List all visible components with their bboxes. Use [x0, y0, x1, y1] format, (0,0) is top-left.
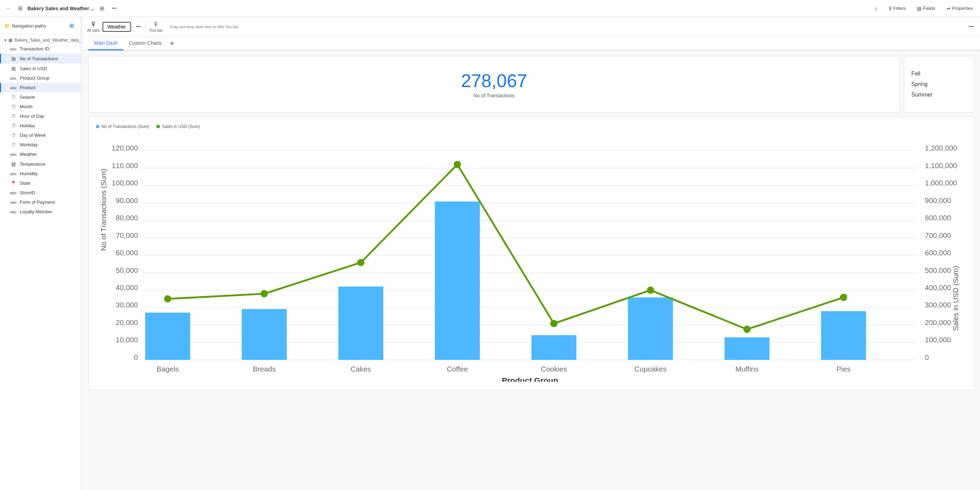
datasource-row[interactable]: ▾ ▦ Bakery_Sales_and_Weather_data_csv: [0, 35, 81, 44]
stats-label: No of Transactions: [473, 93, 515, 98]
svg-text:Muffins: Muffins: [735, 365, 759, 373]
tab-main-dash-label: Main Dash: [94, 40, 118, 46]
datasource-name: Bakery_Sales_and_Weather_data_csv: [14, 38, 81, 43]
filter-divider: [145, 21, 146, 32]
properties-button[interactable]: ⇌ Properties: [944, 4, 976, 13]
top-bar-left: ← ⊞ Bakery Sales and Weather ... ⊕ •••: [4, 3, 869, 14]
sidebar-item-loyalty-member[interactable]: abcLoyalty Member: [0, 207, 81, 217]
stats-card: 278,067 No of Transactions: [88, 56, 900, 112]
svg-text:Cupcakes: Cupcakes: [635, 365, 667, 373]
tab-custom-charts[interactable]: Custom Charts: [123, 37, 167, 50]
y-axis-left: 120,000 110,000 100,000 90,000 80,000 70…: [112, 144, 138, 361]
item-label-season: Season: [20, 94, 35, 100]
svg-text:0: 0: [925, 353, 929, 361]
filters-button[interactable]: ⊽ Filters: [886, 4, 908, 13]
type-icon-humidity: abc: [10, 172, 17, 176]
item-label-workday: Workday: [20, 142, 38, 147]
sidebar-item-temperature[interactable]: ▦Temperature: [0, 159, 81, 169]
type-icon-day-of-week: ⏱: [10, 132, 17, 138]
stats-number: 278,067: [461, 70, 527, 91]
weather-tab-filter[interactable]: Weather: [102, 22, 131, 32]
legend-sales-dot: [156, 125, 160, 128]
type-icon-weather: abc: [10, 152, 17, 156]
type-icon-hour-of-day: ⏱: [10, 113, 17, 119]
top-bar-right: ⌕ ⊽ Filters ▤ Fields ⇌ Properties: [872, 4, 976, 13]
sidebar-item-season[interactable]: ⏱Season: [0, 93, 81, 102]
dot-muffins: [743, 326, 751, 333]
main-layout: 📁 Navigation paths ⊕ ▾ ▦ Bakery_Sales_an…: [0, 17, 980, 490]
tab-custom-charts-label: Custom Charts: [129, 40, 162, 46]
svg-text:1,100,000: 1,100,000: [925, 161, 957, 169]
bar-bagels: [145, 313, 190, 360]
svg-text:200,000: 200,000: [925, 318, 951, 326]
type-icon-month: ⏱: [10, 104, 17, 109]
bar-muffins: [725, 337, 770, 360]
filter-more-button[interactable]: •••: [134, 22, 143, 31]
sidebar-item-holiday[interactable]: ⏱Holiday: [0, 121, 81, 131]
sidebar-item-form-of-payment[interactable]: abcForm of Payment: [0, 198, 81, 207]
sidebar-item-workday[interactable]: ⏱Workday: [0, 140, 81, 150]
svg-text:300,000: 300,000: [925, 301, 951, 309]
this-tab-filter[interactable]: ⊽ This tab: [149, 21, 162, 32]
sidebar-item-product-group[interactable]: abcProduct Group: [0, 73, 81, 83]
type-icon-state: 📍: [10, 180, 17, 186]
sidebar-item-product[interactable]: abcProduct: [0, 83, 81, 93]
svg-text:90,000: 90,000: [116, 196, 138, 204]
sidebar-item-no-of-transactions[interactable]: ▦No of Transactions: [0, 54, 81, 64]
tab-main-dash[interactable]: Main Dash: [88, 37, 123, 50]
search-icon[interactable]: ⌕: [872, 4, 880, 13]
add-button[interactable]: ⊕: [97, 3, 107, 14]
dot-cakes: [357, 259, 364, 266]
nav-add-button[interactable]: ⊕: [67, 21, 76, 31]
bar-pies: [821, 311, 866, 360]
sidebar-item-humidity[interactable]: abcHumidity: [0, 169, 81, 179]
all-tabs-filter[interactable]: ⊽ All tabs: [87, 21, 100, 32]
fields-icon: ▤: [917, 6, 921, 11]
type-icon-sales-in-usd: ▦: [10, 65, 17, 71]
sidebar-item-store-id[interactable]: abcStoreID: [0, 188, 81, 198]
app-title: Bakery Sales and Weather ...: [27, 6, 94, 11]
svg-text:0: 0: [134, 353, 138, 361]
sidebar-item-hour-of-day[interactable]: ⏱Hour of Day: [0, 112, 81, 121]
svg-text:80,000: 80,000: [116, 214, 138, 222]
combo-chart-svg: 120,000 110,000 100,000 90,000 80,000 70…: [96, 135, 967, 382]
item-label-product: Product: [20, 85, 36, 90]
filter-bar-more-button[interactable]: •••: [967, 22, 976, 31]
back-button[interactable]: ←: [4, 4, 13, 12]
sidebar-item-weather[interactable]: abcWeather: [0, 150, 81, 159]
svg-text:60,000: 60,000: [116, 249, 138, 257]
svg-text:Pies: Pies: [837, 365, 851, 373]
tab-add-button[interactable]: ⊕: [167, 38, 177, 49]
svg-text:800,000: 800,000: [925, 214, 951, 222]
drag-drop-label: Drag and drop data here to filter this t…: [165, 25, 244, 29]
svg-text:Coffee: Coffee: [447, 365, 468, 373]
item-label-state: State: [20, 180, 30, 186]
properties-icon: ⇌: [947, 6, 951, 11]
type-icon-workday: ⏱: [10, 142, 17, 147]
season-summer: Summer: [911, 92, 967, 98]
dot-cupcakes: [647, 287, 654, 294]
x-axis-labels: Bagels Breads Cakes Coffee Cookies Cupca…: [157, 365, 851, 373]
legend-transactions-dot: [96, 125, 99, 128]
folder-icon: 📁: [4, 23, 10, 29]
sidebar-item-sales-in-usd[interactable]: ▦Sales in USD: [0, 64, 81, 73]
sidebar-item-state[interactable]: 📍State: [0, 179, 81, 188]
legend-transactions: No of Transactions (Sum): [96, 124, 150, 129]
more-button[interactable]: •••: [110, 4, 119, 12]
sidebar-item-month[interactable]: ⏱Month: [0, 102, 81, 112]
svg-text:70,000: 70,000: [116, 231, 138, 239]
chart-legend: No of Transactions (Sum) Sales in USD (S…: [96, 124, 967, 129]
fields-label: Fields: [923, 6, 935, 11]
bar-cookies: [531, 335, 577, 360]
stats-row: 278,067 No of Transactions Fall Spring S…: [88, 56, 974, 112]
item-label-transaction-id: Transaction ID: [20, 46, 49, 51]
all-tabs-label: All tabs: [87, 28, 100, 32]
sidebar-item-transaction-id[interactable]: abcTransaction ID: [0, 44, 81, 54]
sidebar-item-day-of-week[interactable]: ⏱Day of Week: [0, 131, 81, 140]
item-label-product-group: Product Group: [20, 75, 50, 81]
svg-text:1,000,000: 1,000,000: [925, 179, 957, 187]
layout-icon[interactable]: ⊞: [16, 3, 25, 13]
fields-button[interactable]: ▤ Fields: [914, 4, 938, 13]
svg-text:50,000: 50,000: [116, 266, 138, 274]
type-icon-loyalty-member: abc: [10, 210, 17, 214]
